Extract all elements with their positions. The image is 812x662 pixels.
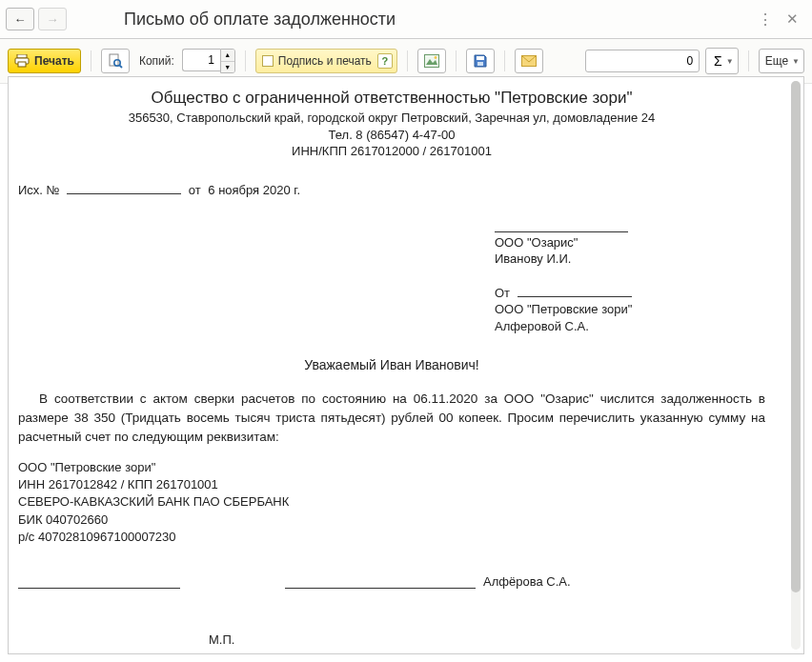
print-button-label: Печать — [34, 54, 74, 68]
document-viewport: Общество с ограниченной ответственностью… — [8, 76, 804, 654]
svg-rect-2 — [18, 62, 26, 67]
copies-label: Копий: — [139, 54, 174, 68]
letter-body-text: В соответствии с актом сверки расчетов п… — [18, 391, 765, 443]
svg-rect-10 — [477, 56, 484, 60]
req-inn-kpp: ИНН 2617012842 / КПП 261701001 — [18, 476, 765, 493]
document-content: Общество с ограниченной ответственностью… — [18, 89, 765, 647]
magnifier-document-icon — [108, 53, 123, 69]
nav-back-button[interactable]: ← — [6, 8, 34, 30]
arrow-right-icon: → — [47, 12, 59, 27]
email-button[interactable] — [515, 49, 543, 73]
outgoing-date: 6 ноября 2020 г. — [208, 183, 300, 197]
recipient-block: ООО "Озарис" Иванову И.И. — [495, 230, 765, 268]
svg-rect-7 — [424, 55, 438, 68]
outgoing-date-prefix: от — [189, 183, 201, 197]
printer-icon — [14, 54, 30, 68]
floppy-disk-icon — [474, 54, 487, 68]
signature-slot-date — [18, 586, 180, 589]
req-bank: СЕВЕРО-КАВКАЗСКИЙ БАНК ПАО СБЕРБАНК — [18, 493, 765, 511]
organization-inn-kpp: ИНН/КПП 2617012000 / 261701001 — [18, 143, 765, 160]
titlebar: ← → Письмо об оплате задолженности ⋮ ✕ — [0, 0, 812, 39]
salutation: Уважаемый Иван Иванович! — [18, 357, 765, 372]
close-icon[interactable]: ✕ — [783, 10, 801, 28]
envelope-icon — [521, 55, 537, 67]
copies-spinner[interactable]: ▲ ▼ — [182, 49, 235, 73]
scrollbar-thumb[interactable] — [791, 81, 801, 592]
sum-dropdown-button[interactable]: Σ ▼ — [705, 48, 739, 74]
bank-requisites: ООО "Петровские зори" ИНН 2617012842 / К… — [18, 459, 765, 546]
chevron-down-icon: ▼ — [726, 57, 734, 66]
nav-forward-button[interactable]: → — [38, 8, 67, 30]
req-bik: БИК 040702660 — [18, 512, 765, 529]
organization-title: Общество с ограниченной ответственностью… — [18, 89, 765, 108]
outgoing-reference: Исх. № от 6 ноября 2020 г. — [18, 183, 765, 197]
picture-icon — [424, 54, 439, 68]
checkbox-empty-icon — [262, 55, 274, 67]
outgoing-prefix: Исх. № — [18, 183, 60, 197]
copies-spin-down[interactable]: ▼ — [221, 62, 234, 73]
svg-rect-6 — [262, 56, 273, 67]
sigma-icon: Σ — [714, 53, 722, 69]
recipient-underline — [495, 230, 628, 232]
kebab-menu-icon[interactable]: ⋮ — [757, 10, 774, 29]
svg-rect-11 — [477, 62, 483, 66]
sign-and-print-label: Подпись и печать — [278, 54, 372, 68]
svg-rect-0 — [17, 54, 27, 58]
chevron-down-icon: ▼ — [792, 57, 800, 66]
sender-underline — [518, 296, 632, 297]
image-tool-button[interactable] — [417, 49, 446, 73]
copies-input[interactable] — [182, 49, 220, 71]
sign-and-print-button[interactable]: Подпись и печать ? — [255, 49, 397, 73]
more-button-label: Еще — [765, 54, 788, 68]
recipient-org: ООО "Озарис" — [495, 234, 765, 251]
svg-line-5 — [119, 65, 122, 68]
document-scroll-area[interactable]: Общество с ограниченной ответственностью… — [9, 77, 788, 653]
sender-person: Алферовой С.А. — [495, 318, 765, 335]
sum-field[interactable] — [585, 50, 700, 72]
signer-name: Алфёрова С.А. — [483, 574, 571, 589]
signature-row: Алфёрова С.А. — [18, 574, 765, 589]
toolbar-divider — [456, 50, 457, 71]
signature-slot-sign — [285, 586, 476, 589]
sender-block: От ООО "Петровские зори" Алферовой С.А. — [495, 285, 765, 335]
arrow-left-icon: ← — [14, 12, 27, 27]
organization-phone: Тел. 8 (86547) 4-47-00 — [18, 127, 765, 144]
outgoing-number-blank — [67, 193, 181, 194]
svg-point-9 — [434, 56, 436, 59]
toolbar-divider — [504, 50, 505, 71]
toolbar-divider — [407, 50, 408, 71]
letter-body: В соответствии с актом сверки расчетов п… — [18, 390, 765, 446]
preview-button[interactable] — [101, 49, 130, 73]
help-icon[interactable]: ? — [377, 53, 393, 69]
sender-org: ООО "Петровские зори" — [495, 301, 765, 318]
req-org: ООО "Петровские зори" — [18, 459, 765, 476]
organization-address: 356530, Ставропольский край, городской о… — [18, 110, 765, 127]
req-account: р/с 40702810967100007230 — [18, 529, 765, 546]
print-button[interactable]: Печать — [8, 49, 81, 73]
more-button[interactable]: Еще ▼ — [759, 49, 804, 73]
toolbar-divider — [245, 50, 246, 71]
toolbar-divider — [91, 50, 91, 71]
vertical-scrollbar[interactable] — [791, 81, 801, 650]
recipient-person: Иванову И.И. — [495, 251, 765, 268]
save-button[interactable] — [466, 49, 495, 73]
stamp-placeholder: М.П. — [209, 632, 765, 647]
from-label: От — [495, 286, 510, 300]
window-title: Письмо об оплате задолженности — [124, 10, 757, 30]
toolbar-divider — [748, 50, 749, 71]
copies-spin-up[interactable]: ▲ — [221, 50, 234, 62]
